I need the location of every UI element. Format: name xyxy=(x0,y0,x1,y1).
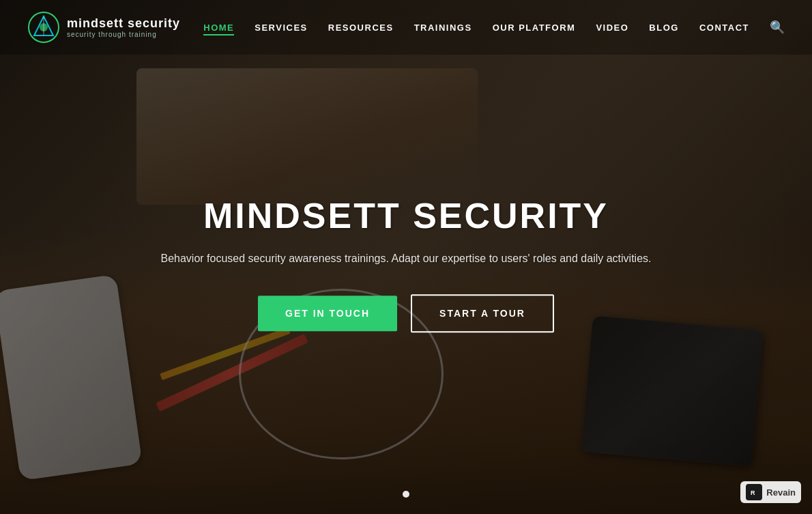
hero-section: mindsett security security through train… xyxy=(0,0,812,514)
nav-link-platform[interactable]: OUR PLATFORM xyxy=(493,23,576,35)
revain-icon: R xyxy=(746,484,762,500)
nav-item-video[interactable]: VIDEO xyxy=(596,21,628,33)
search-icon[interactable]: 🔍 xyxy=(770,20,785,34)
nav-item-contact[interactable]: CONTACT xyxy=(699,21,749,33)
hero-buttons: GET IN TOUCH START A TOUR xyxy=(133,294,679,332)
nav-links: HOME SERVICES RESOURCES TRAININGS OUR PL… xyxy=(203,20,785,35)
nav-link-trainings[interactable]: TRAININGS xyxy=(414,23,472,35)
hero-title: MINDSETT SECURITY xyxy=(133,195,679,236)
slider-dots xyxy=(403,491,409,498)
logo-icon xyxy=(27,11,60,44)
brand-name: mindsett security xyxy=(67,16,180,31)
hero-subtitle: Behavior focused security awareness trai… xyxy=(133,250,679,268)
hero-content: MINDSETT SECURITY Behavior focused secur… xyxy=(133,195,679,333)
revain-logo-icon: R xyxy=(749,487,759,498)
nav-link-video[interactable]: VIDEO xyxy=(596,23,628,35)
revain-label: Revain xyxy=(766,487,796,498)
nav-item-resources[interactable]: RESOURCES xyxy=(328,21,394,33)
get-in-touch-button[interactable]: GET IN TOUCH xyxy=(258,296,397,331)
nav-item-home[interactable]: HOME xyxy=(203,21,234,33)
nav-item-services[interactable]: SERVICES xyxy=(255,21,308,33)
nav-link-contact[interactable]: CONTACT xyxy=(699,23,749,35)
logo-text: mindsett security security through train… xyxy=(67,16,180,38)
nav-item-blog[interactable]: BLOG xyxy=(649,21,679,33)
nav-item-search[interactable]: 🔍 xyxy=(770,20,785,35)
nav-link-services[interactable]: SERVICES xyxy=(255,23,308,35)
slider-dot-1[interactable] xyxy=(403,491,409,498)
nav-item-trainings[interactable]: TRAININGS xyxy=(414,21,472,33)
start-tour-button[interactable]: START A TOUR xyxy=(411,294,554,332)
nav-link-resources[interactable]: RESOURCES xyxy=(328,23,394,35)
revain-badge[interactable]: R Revain xyxy=(740,481,801,503)
brand-tagline: security through training xyxy=(67,31,180,38)
navbar: mindsett security security through train… xyxy=(0,0,812,55)
logo[interactable]: mindsett security security through train… xyxy=(27,11,180,44)
svg-text:R: R xyxy=(751,489,755,496)
nav-item-platform[interactable]: OUR PLATFORM xyxy=(493,21,576,33)
nav-link-blog[interactable]: BLOG xyxy=(649,23,679,35)
nav-link-home[interactable]: HOME xyxy=(203,23,234,35)
